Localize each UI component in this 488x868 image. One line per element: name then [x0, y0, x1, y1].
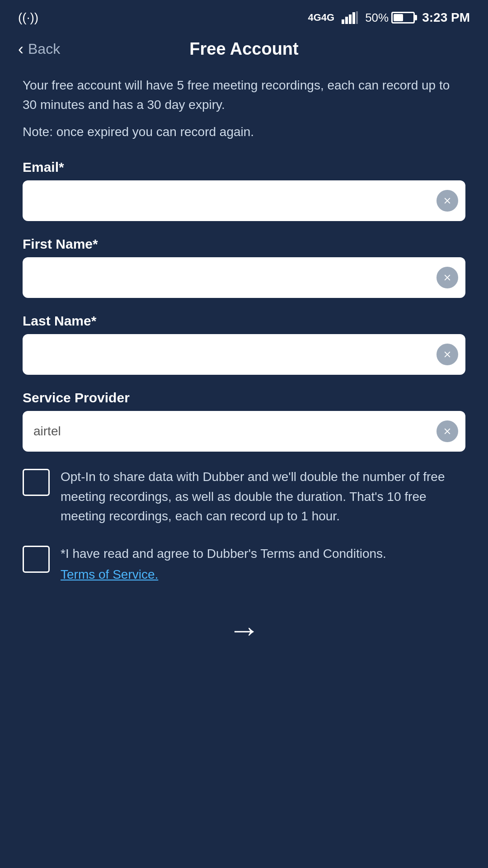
status-right: 4G4G 50% 3:23 PM	[308, 10, 470, 25]
close-icon	[442, 196, 452, 206]
main-content: Your free account will have 5 free meeti…	[0, 71, 488, 682]
signal-bars-icon	[342, 11, 358, 24]
terms-checkbox[interactable]	[23, 546, 50, 573]
opt-in-checkbox-group: Opt-In to share data with Dubber and we'…	[23, 467, 465, 526]
svg-rect-3	[352, 12, 355, 24]
battery-container: 50%	[365, 11, 415, 25]
last-name-clear-button[interactable]	[436, 344, 458, 365]
email-input-wrapper	[23, 180, 465, 221]
first-name-field-group: First Name*	[23, 236, 465, 298]
next-button[interactable]: →	[228, 613, 260, 646]
first-name-label: First Name*	[23, 236, 465, 252]
header: ‹ Back Free Account	[0, 32, 488, 71]
next-button-container: →	[23, 600, 465, 664]
battery-icon	[391, 12, 415, 24]
terms-text-container: *I have read and agree to Dubber's Terms…	[61, 544, 386, 581]
battery-percent: 50%	[365, 11, 389, 25]
svg-rect-1	[345, 17, 348, 24]
description-text: Your free account will have 5 free meeti…	[23, 75, 465, 115]
last-name-label: Last Name*	[23, 313, 465, 329]
service-provider-label: Service Provider	[23, 390, 465, 406]
first-name-input-wrapper	[23, 257, 465, 298]
first-name-clear-button[interactable]	[436, 267, 458, 288]
terms-checkbox-group: *I have read and agree to Dubber's Terms…	[23, 544, 465, 581]
back-chevron-icon: ‹	[18, 41, 23, 57]
last-name-input-wrapper	[23, 334, 465, 375]
note-text: Note: once expired you can record again.	[23, 122, 465, 142]
opt-in-checkbox[interactable]	[23, 469, 50, 496]
opt-in-text: Opt-In to share data with Dubber and we'…	[61, 467, 465, 526]
svg-rect-0	[342, 19, 344, 24]
email-field-group: Email*	[23, 160, 465, 221]
close-icon	[442, 273, 452, 283]
close-icon	[442, 349, 452, 359]
page-title: Free Account	[189, 39, 298, 59]
clock: 3:23 PM	[422, 10, 470, 25]
first-name-input[interactable]	[23, 257, 465, 298]
wifi-icon: ((·))	[18, 10, 38, 25]
back-button[interactable]: ‹ Back	[18, 41, 60, 57]
email-label: Email*	[23, 160, 465, 175]
service-provider-field-group: Service Provider	[23, 390, 465, 452]
network-label: 4G4G	[308, 12, 334, 24]
service-provider-input[interactable]	[23, 411, 465, 452]
svg-rect-4	[356, 11, 358, 24]
close-icon	[442, 426, 452, 436]
status-bar: ((·)) 4G4G 50% 3:23 PM	[0, 0, 488, 32]
terms-text: *I have read and agree to Dubber's Terms…	[61, 547, 386, 561]
back-label: Back	[28, 41, 60, 57]
next-arrow-icon: →	[228, 613, 260, 646]
service-provider-input-wrapper	[23, 411, 465, 452]
terms-of-service-link[interactable]: Terms of Service.	[61, 567, 386, 582]
status-left: ((·))	[18, 10, 38, 25]
email-clear-button[interactable]	[436, 190, 458, 212]
svg-rect-2	[349, 14, 352, 24]
email-input[interactable]	[23, 180, 465, 221]
last-name-input[interactable]	[23, 334, 465, 375]
service-provider-clear-button[interactable]	[436, 420, 458, 442]
last-name-field-group: Last Name*	[23, 313, 465, 375]
